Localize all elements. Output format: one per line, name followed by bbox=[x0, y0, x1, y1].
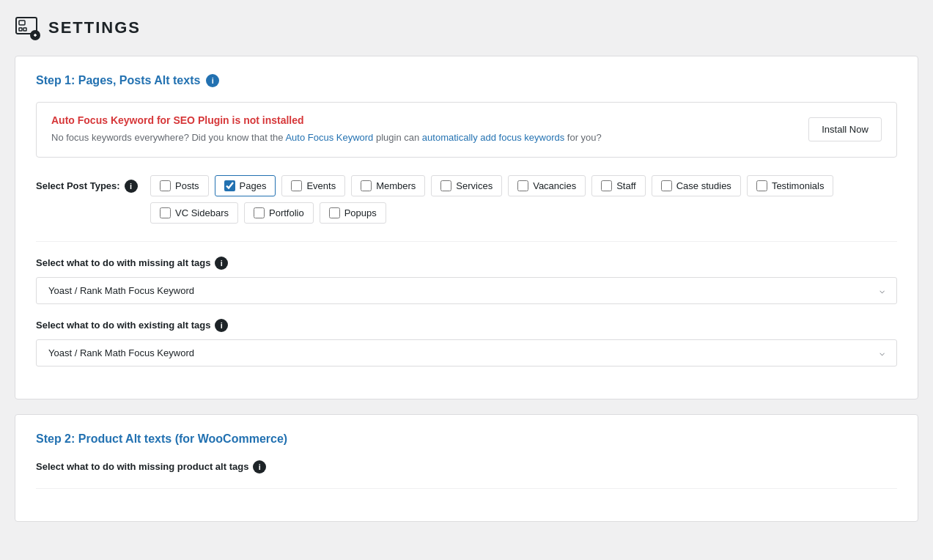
post-types-grid: Posts Pages Events Members Services bbox=[150, 175, 897, 224]
divider-1 bbox=[36, 241, 897, 242]
post-type-services-checkbox[interactable] bbox=[440, 180, 451, 191]
post-type-staff[interactable]: Staff bbox=[591, 175, 646, 196]
post-types-row: Select Post Types: i Posts Pages Events bbox=[36, 175, 897, 224]
plugin-notice-content: Auto Focus Keyword for SEO Plugin is not… bbox=[51, 114, 602, 145]
existing-alt-info-icon[interactable]: i bbox=[215, 319, 228, 332]
missing-alt-chevron-icon: ⌵ bbox=[879, 285, 885, 295]
post-type-events-checkbox[interactable] bbox=[291, 180, 302, 191]
svg-rect-2 bbox=[19, 28, 22, 31]
post-type-pages[interactable]: Pages bbox=[215, 175, 276, 196]
step1-info-icon[interactable]: i bbox=[206, 74, 219, 87]
missing-alt-label: Select what to do with missing alt tags … bbox=[36, 257, 897, 270]
existing-alt-dropdown[interactable]: Yoast / Rank Math Focus Keyword ⌵ bbox=[36, 339, 897, 366]
post-type-portfolio[interactable]: Portfolio bbox=[244, 202, 314, 224]
missing-product-info-icon[interactable]: i bbox=[253, 460, 266, 474]
notice-title: Auto Focus Keyword for SEO Plugin is not… bbox=[51, 114, 602, 126]
post-type-members-checkbox[interactable] bbox=[361, 180, 372, 191]
svg-rect-3 bbox=[23, 28, 26, 31]
existing-alt-chevron-icon: ⌵ bbox=[879, 347, 885, 358]
post-type-case-studies[interactable]: Case studies bbox=[652, 175, 741, 196]
post-type-staff-checkbox[interactable] bbox=[601, 180, 612, 191]
post-type-vacancies[interactable]: Vacancies bbox=[508, 175, 586, 196]
install-now-button[interactable]: Install Now bbox=[808, 117, 882, 141]
post-type-vc-sidebars[interactable]: VC Sidebars bbox=[150, 202, 238, 224]
settings-icon bbox=[15, 15, 41, 41]
notice-desc: No focus keywords everywhere? Did you kn… bbox=[51, 130, 602, 145]
step2-title: Step 2: Product Alt texts (for WooCommer… bbox=[36, 432, 897, 446]
missing-alt-value: Yoast / Rank Math Focus Keyword bbox=[48, 285, 194, 296]
post-type-testimonials-checkbox[interactable] bbox=[756, 180, 767, 191]
page-header: SETTINGS bbox=[15, 15, 918, 41]
post-type-vc-sidebars-checkbox[interactable] bbox=[160, 207, 171, 218]
step1-title-text: Step 1: Pages, Posts Alt texts bbox=[36, 74, 200, 87]
post-type-vacancies-checkbox[interactable] bbox=[517, 180, 528, 191]
post-type-services[interactable]: Services bbox=[431, 175, 502, 196]
post-type-posts[interactable]: Posts bbox=[150, 175, 209, 196]
post-type-members[interactable]: Members bbox=[351, 175, 425, 196]
post-type-pages-checkbox[interactable] bbox=[224, 180, 235, 191]
post-types-info-icon[interactable]: i bbox=[125, 180, 138, 193]
existing-alt-label: Select what to do with existing alt tags… bbox=[36, 319, 897, 332]
step1-title: Step 1: Pages, Posts Alt texts i bbox=[36, 74, 897, 87]
step1-card: Step 1: Pages, Posts Alt texts i Auto Fo… bbox=[15, 56, 918, 399]
step2-title-text: Step 2: Product Alt texts (for WooCommer… bbox=[36, 432, 287, 446]
post-type-testimonials[interactable]: Testimonials bbox=[747, 175, 834, 196]
post-type-popups-checkbox[interactable] bbox=[329, 207, 340, 218]
plugin-notice: Auto Focus Keyword for SEO Plugin is not… bbox=[36, 102, 897, 158]
step2-card: Step 2: Product Alt texts (for WooCommer… bbox=[15, 414, 918, 522]
post-type-posts-checkbox[interactable] bbox=[160, 180, 171, 191]
missing-alt-dropdown[interactable]: Yoast / Rank Math Focus Keyword ⌵ bbox=[36, 277, 897, 304]
post-types-label: Select Post Types: i bbox=[36, 175, 139, 193]
missing-alt-group: Select what to do with missing alt tags … bbox=[36, 257, 897, 304]
post-type-case-studies-checkbox[interactable] bbox=[661, 180, 672, 191]
missing-product-label: Select what to do with missing product a… bbox=[36, 460, 897, 474]
post-type-portfolio-checkbox[interactable] bbox=[254, 207, 265, 218]
post-type-popups[interactable]: Popups bbox=[320, 202, 386, 224]
post-type-events[interactable]: Events bbox=[281, 175, 345, 196]
divider-2 bbox=[36, 488, 897, 489]
missing-alt-info-icon[interactable]: i bbox=[215, 257, 228, 270]
page-title: SETTINGS bbox=[48, 18, 141, 37]
svg-rect-1 bbox=[19, 21, 25, 25]
existing-alt-group: Select what to do with existing alt tags… bbox=[36, 319, 897, 366]
existing-alt-value: Yoast / Rank Math Focus Keyword bbox=[48, 347, 194, 358]
